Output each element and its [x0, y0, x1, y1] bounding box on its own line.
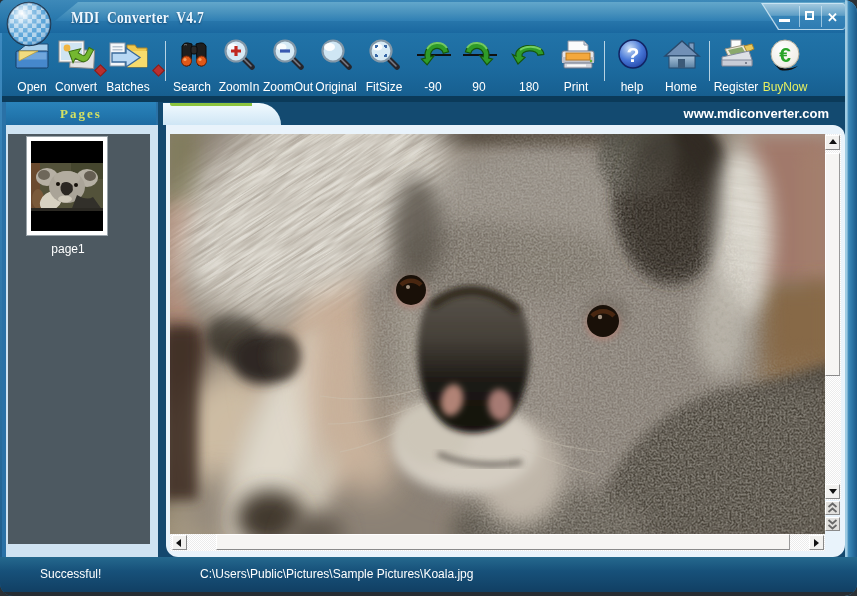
svg-text:€: € — [779, 43, 791, 66]
svg-text:?: ? — [627, 43, 640, 66]
